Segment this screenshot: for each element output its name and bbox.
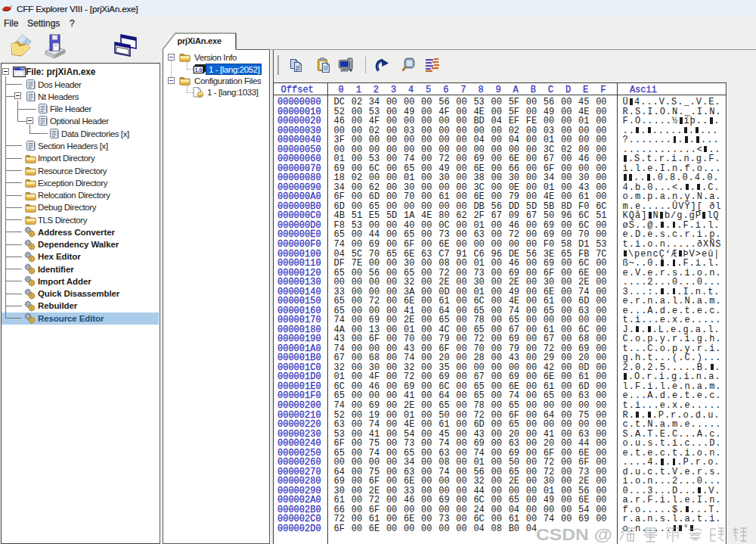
- svg-text:1.0: 1.0: [195, 67, 203, 73]
